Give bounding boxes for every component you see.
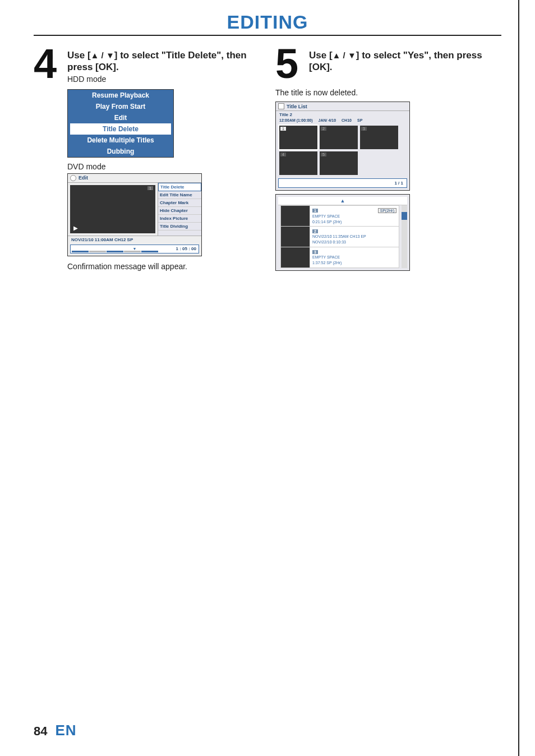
title-list-sub1: Title 2: [276, 111, 409, 118]
dvd-timeline: ▼ 1 : 05 : 00: [70, 245, 199, 253]
hdd-icon: [278, 103, 284, 109]
header-rule: [34, 35, 501, 36]
list-item-body: 2 NOV/22/10 11:35AM CH13 EP NOV/22/10 0:…: [310, 227, 399, 247]
list-item-index: 2: [312, 229, 318, 233]
dvd-preview: 1 ▶: [68, 183, 158, 236]
step4-lead-prefix: Use [: [67, 50, 91, 61]
step-4-text: Use [▲ / ▼] to select "Title Delete", th…: [67, 47, 260, 84]
thumb-num: 2: [321, 127, 326, 131]
title-thumb[interactable]: 5: [320, 151, 358, 175]
list-item-preview: [281, 247, 310, 268]
list-item-body: 3 EMPTY SPACE 1:37:52 SP (2Hr): [310, 247, 399, 268]
chevron-up-icon[interactable]: ▲: [278, 197, 407, 205]
dvd-menu-item[interactable]: Hide Chapter: [158, 207, 201, 215]
step-5: 5 Use [▲ / ▼] to select "Yes", then pres…: [275, 47, 501, 80]
list-wrap: 1 SP(2Hr) EMPTY SPACE 0:21:14 SP (2Hr): [278, 205, 407, 268]
dvd-menu-item[interactable]: Index Picture: [158, 215, 201, 223]
scrollbar-thumb[interactable]: [402, 212, 407, 220]
list-item-badge: SP(2Hr): [378, 208, 396, 213]
hdd-menu-item[interactable]: Dubbing: [68, 146, 173, 157]
list-item-line1: EMPTY SPACE: [312, 214, 396, 219]
hdd-menu-item-selected[interactable]: Title Delete: [70, 123, 171, 135]
title-list-panel: Title List Title 2 12:00AM (1:00:00) JAN…: [275, 102, 410, 191]
list-item-line2: 0:21:14 SP (2Hr): [312, 220, 396, 224]
tl-ch: CH10: [342, 118, 352, 122]
thumb-num: 4: [280, 153, 286, 156]
step-4-instruction: Use [▲ / ▼] to select "Title Delete", th…: [67, 49, 260, 73]
step-5-text: Use [▲ / ▼] to select "Yes", then press …: [309, 47, 501, 80]
dvd-time: 1 : 05 : 00: [176, 246, 196, 251]
hdd-menu-panel: Resume Playback Play From Start Edit Tit…: [67, 89, 174, 158]
list-item-line1: NOV/22/10 11:35AM CH13 EP: [312, 234, 396, 239]
dvd-menu-item-selected[interactable]: Title Delete: [158, 183, 201, 191]
step-5-column: 5 Use [▲ / ▼] to select "Yes", then pres…: [275, 47, 501, 271]
list-item-body: 1 SP(2Hr) EMPTY SPACE 0:21:14 SP (2Hr): [310, 206, 399, 226]
title-list-header-text: Title List: [287, 104, 307, 109]
language-code: EN: [55, 722, 76, 739]
arrow-up-down-icon: ▲ / ▼: [333, 50, 356, 60]
page: EDITING 4 Use [▲ / ▼] to select "Title D…: [0, 0, 535, 756]
thumb-num: 1: [280, 127, 286, 131]
title-list-page: 1 / 1: [278, 178, 407, 188]
thumb-num: 5: [321, 153, 326, 156]
dvd-menu-item[interactable]: Title Dividing: [158, 223, 201, 231]
title-thumb[interactable]: 2: [320, 126, 358, 149]
dvd-timeline-segments: [72, 251, 158, 252]
list-item-index: 1: [312, 209, 318, 213]
dvd-preview-tag: 1: [147, 186, 153, 190]
step-4-mode-dvd: DVD mode: [67, 162, 260, 171]
title-list-sub2: 12:00AM (1:00:00) JAN/ 4/10 CH10 SP: [276, 118, 409, 123]
hdd-menu-item[interactable]: Play From Start: [68, 101, 173, 112]
step-4: 4 Use [▲ / ▼] to select "Title Delete", …: [34, 47, 260, 84]
arrow-up-down-icon: ▲ / ▼: [91, 50, 114, 60]
page-title: EDITING: [34, 11, 501, 33]
tl-time: 12:00AM (1:00:00): [279, 118, 313, 122]
dvd-preview-box: 1 ▶: [70, 185, 155, 233]
dvd-info-row: NOV/21/10 11:00AM CH12 SP: [68, 236, 201, 243]
title-thumb[interactable]: 1: [279, 126, 317, 149]
hdd-menu-item[interactable]: Delete Multiple Titles: [68, 135, 173, 146]
tl-date: JAN/ 4/10: [319, 118, 336, 122]
list-item[interactable]: 1 SP(2Hr) EMPTY SPACE 0:21:14 SP (2Hr): [280, 205, 399, 227]
content: 4 Use [▲ / ▼] to select "Title Delete", …: [34, 47, 501, 271]
tl-mode: SP: [357, 118, 362, 122]
title-list-header: Title List: [276, 102, 409, 111]
step-4-column: 4 Use [▲ / ▼] to select "Title Delete", …: [34, 47, 260, 271]
dvd-panel-title: Edit: [79, 175, 88, 181]
hdd-menu-item[interactable]: Edit: [68, 112, 173, 123]
footer: 84 EN: [34, 722, 77, 739]
list-item[interactable]: 2 NOV/22/10 11:35AM CH13 EP NOV/22/10 0:…: [280, 227, 399, 247]
list-item[interactable]: 3 EMPTY SPACE 1:37:52 SP (2Hr): [280, 247, 399, 268]
list-panel: ▲ 1 SP(2Hr) EMPTY SPACE 0:21:14 S: [275, 194, 410, 271]
play-icon: ▶: [73, 225, 78, 231]
dvd-edit-menu: Title Delete Edit Title Name Chapter Mar…: [158, 183, 201, 236]
list-item-line1: EMPTY SPACE: [312, 255, 396, 260]
hdd-menu-item[interactable]: Resume Playback: [68, 90, 173, 101]
list-item-index: 3: [312, 250, 318, 254]
list-item-line2: NOV/22/10 0:10:33: [312, 240, 396, 245]
dvd-panel-body: 1 ▶ Title Delete Edit Title Name Chapter…: [68, 183, 201, 236]
title-thumb[interactable]: 4: [279, 151, 317, 175]
step-number-4: 4: [34, 47, 64, 84]
step-5-instruction: Use [▲ / ▼] to select "Yes", then press …: [309, 49, 501, 73]
confirmation-message: Confirmation message will appear.: [67, 262, 260, 271]
disc-icon: [70, 175, 76, 181]
list-item-preview: [281, 206, 310, 226]
title-list-thumbs: 1 2 3 4 5: [276, 123, 409, 176]
step-number-5: 5: [275, 47, 306, 80]
page-number: 84: [34, 724, 47, 739]
deleted-text: The title is now deleted.: [275, 88, 501, 97]
thumb-num: 3: [361, 127, 367, 131]
title-thumb[interactable]: 3: [360, 126, 398, 149]
list-item-preview: [281, 227, 310, 247]
scrollbar[interactable]: [402, 205, 407, 268]
page-edge: [518, 0, 519, 756]
dvd-panel-title-row: Edit: [68, 174, 201, 183]
dvd-edit-panel: Edit 1 ▶ Title Delete Edit Title Name Ch…: [67, 173, 202, 256]
dvd-menu-item[interactable]: Edit Title Name: [158, 191, 201, 199]
step-4-mode-hdd: HDD mode: [67, 75, 260, 84]
list-item-line2: 1:37:52 SP (2Hr): [312, 261, 396, 265]
list-rows: 1 SP(2Hr) EMPTY SPACE 0:21:14 SP (2Hr): [278, 205, 402, 268]
dvd-menu-item[interactable]: Chapter Mark: [158, 199, 201, 207]
step5-lead-prefix: Use [: [309, 50, 333, 61]
